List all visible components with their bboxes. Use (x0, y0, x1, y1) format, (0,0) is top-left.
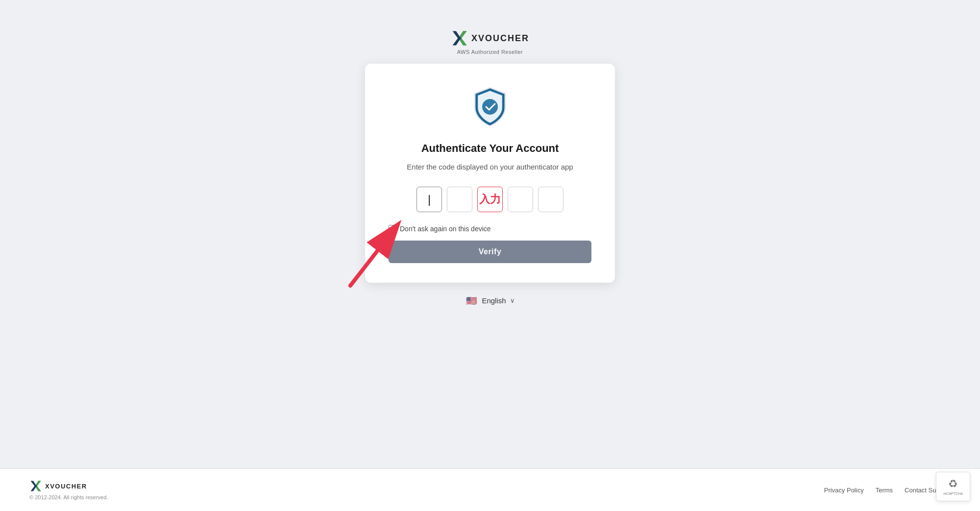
logo-text: XVOUCHER (471, 33, 529, 44)
auth-card: Authenticate Your Account Enter the code… (365, 64, 615, 283)
card-title: Authenticate Your Account (421, 142, 559, 155)
footer-logo-icon (29, 480, 42, 492)
otp-digit-3[interactable]: 入力 (477, 187, 503, 212)
shield-icon (470, 85, 510, 131)
footer: XVOUCHER © 2012-2024. All rights reserve… (0, 468, 980, 511)
chevron-down-icon: ∨ (510, 297, 515, 304)
otp-digit-5[interactable] (538, 187, 564, 212)
otp-input-row: | 入力 (416, 187, 564, 212)
footer-copyright: © 2012-2024. All rights reserved. (29, 494, 108, 500)
footer-links: Privacy Policy Terms Contact Support (824, 487, 951, 494)
language-selector[interactable]: 🇺🇸 English ∨ (465, 296, 514, 305)
language-label: English (482, 296, 506, 305)
xvoucher-logo-icon (451, 29, 468, 47)
footer-terms-link[interactable]: Terms (876, 487, 893, 494)
flag-icon: 🇺🇸 (465, 296, 478, 305)
svg-marker-6 (36, 481, 41, 486)
footer-left: XVOUCHER © 2012-2024. All rights reserve… (29, 480, 108, 500)
card-description: Enter the code displayed on your authent… (407, 162, 573, 173)
footer-privacy-link[interactable]: Privacy Policy (824, 487, 864, 494)
svg-marker-2 (460, 38, 466, 45)
logo-brand: XVOUCHER (451, 29, 529, 47)
otp-digit-2[interactable] (447, 187, 472, 212)
footer-brand-name: XVOUCHER (45, 483, 87, 490)
logo-area: XVOUCHER AWS Authorized Reseller (451, 29, 529, 55)
remember-device-label[interactable]: Don't ask again on this device (400, 225, 491, 233)
remember-device-row: Don't ask again on this device (389, 225, 591, 233)
main-content-area: Authenticate Your Account Enter the code… (365, 64, 615, 305)
remember-device-checkbox[interactable] (389, 225, 396, 232)
recaptcha-label: reCAPTCHA (943, 492, 963, 495)
recaptcha-icon: ♻ (948, 478, 958, 490)
svg-marker-1 (460, 31, 466, 38)
svg-marker-7 (36, 486, 41, 491)
footer-logo: XVOUCHER (29, 480, 108, 492)
logo-tagline: AWS Authorized Reseller (457, 49, 523, 55)
recaptcha-badge: ♻ reCAPTCHA (936, 472, 970, 501)
verify-button[interactable]: Verify (389, 241, 591, 263)
otp-digit-1[interactable]: | (416, 187, 442, 212)
svg-point-3 (482, 99, 498, 115)
otp-digit-4[interactable] (508, 187, 533, 212)
